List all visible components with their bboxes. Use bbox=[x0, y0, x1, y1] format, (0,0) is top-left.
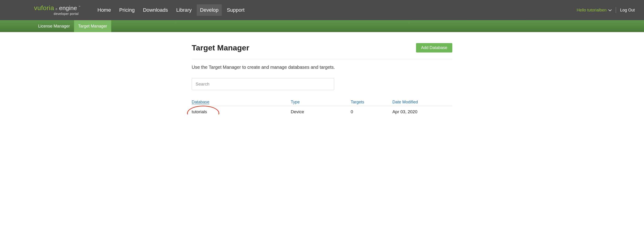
col-header-database[interactable]: Database bbox=[192, 100, 210, 104]
nav-downloads[interactable]: Downloads bbox=[140, 4, 171, 16]
nav-support[interactable]: Support bbox=[224, 4, 248, 16]
logout-link[interactable]: Log Out bbox=[620, 8, 635, 13]
sub-nav: License Manager Target Manager bbox=[0, 20, 644, 32]
brand-subtitle: developer portal bbox=[34, 12, 80, 15]
nav-develop[interactable]: Develop bbox=[197, 4, 222, 16]
database-link[interactable]: tutorials bbox=[192, 109, 207, 114]
col-header-targets[interactable]: Targets bbox=[351, 100, 392, 106]
cell-targets: 0 bbox=[351, 106, 392, 114]
nav-home[interactable]: Home bbox=[94, 4, 114, 16]
trademark-mark: ™ bbox=[78, 6, 80, 8]
chevron-down-icon bbox=[608, 8, 612, 13]
database-table: Database Type Targets Date Modified tuto… bbox=[192, 100, 452, 114]
subnav-target-manager[interactable]: Target Manager bbox=[74, 20, 111, 32]
page-header: Target Manager Add Database bbox=[192, 43, 452, 59]
user-area: Hello tutorialben Log Out bbox=[577, 7, 635, 13]
add-database-button[interactable]: Add Database bbox=[416, 43, 452, 52]
user-greeting-text: Hello tutorialben bbox=[577, 8, 606, 13]
page-title: Target Manager bbox=[192, 43, 249, 52]
brand-name: vuforia bbox=[34, 5, 54, 11]
topbar: vuforia® engine™ developer portal Home P… bbox=[0, 0, 644, 20]
subnav-license-manager[interactable]: License Manager bbox=[34, 20, 74, 32]
brand-product: engine bbox=[59, 5, 77, 11]
table-row: tutorials Device 0 Apr 03, 2020 bbox=[192, 106, 452, 114]
user-greeting-dropdown[interactable]: Hello tutorialben bbox=[577, 8, 612, 13]
vertical-divider bbox=[616, 7, 616, 13]
nav-pricing[interactable]: Pricing bbox=[116, 4, 138, 16]
cell-date-modified: Apr 03, 2020 bbox=[392, 106, 452, 114]
brand-logo[interactable]: vuforia® engine™ developer portal bbox=[34, 5, 80, 15]
search-input[interactable] bbox=[192, 78, 334, 90]
registered-mark: ® bbox=[56, 8, 57, 10]
col-header-date-modified[interactable]: Date Modified bbox=[392, 100, 452, 106]
main-nav: Home Pricing Downloads Library Develop S… bbox=[94, 4, 577, 16]
page-content: Target Manager Add Database Use the Targ… bbox=[158, 32, 486, 114]
nav-library[interactable]: Library bbox=[173, 4, 195, 16]
page-description: Use the Target Manager to create and man… bbox=[192, 65, 452, 70]
col-header-type[interactable]: Type bbox=[291, 100, 351, 106]
cell-type: Device bbox=[291, 106, 351, 114]
